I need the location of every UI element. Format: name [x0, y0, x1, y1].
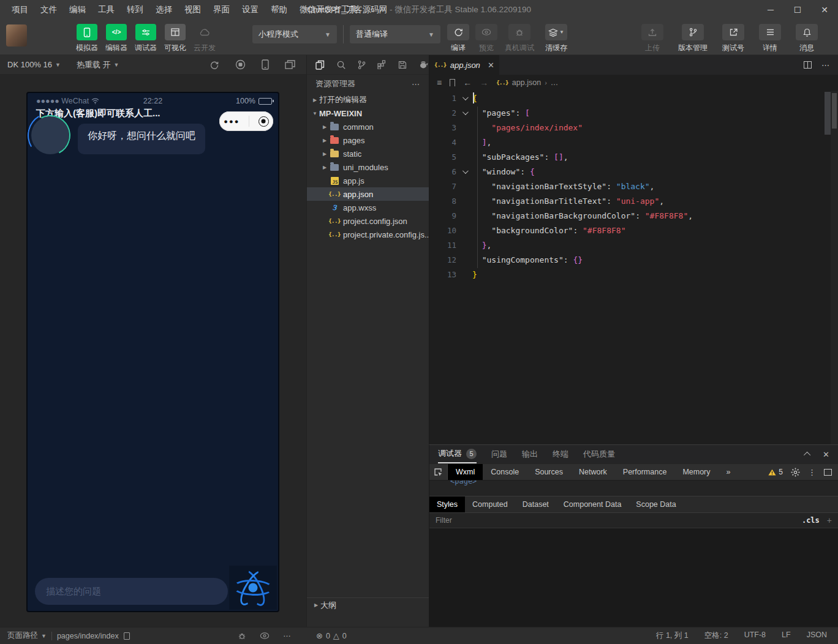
devtools-tab-wxml[interactable]: Wxml — [448, 464, 483, 480]
menu-item-9[interactable]: 帮助 — [265, 2, 293, 18]
hot-reload-toggle[interactable]: 热重载 开▼ — [77, 59, 119, 70]
test-account-button[interactable]: 测试号 — [719, 24, 747, 53]
mode-select[interactable]: 小程序模式 ▼ — [252, 25, 337, 43]
extensions-icon[interactable] — [377, 60, 387, 69]
tree-item-app-js[interactable]: JSapp.js — [307, 174, 429, 187]
code-line-6[interactable]: 6 "window": { — [429, 164, 838, 179]
menu-item-3[interactable]: 工具 — [92, 2, 120, 18]
inspect-element-icon[interactable] — [429, 464, 448, 480]
files-icon[interactable] — [315, 60, 325, 70]
search-icon[interactable] — [336, 60, 346, 70]
encoding[interactable]: UTF-8 — [744, 631, 766, 641]
styles-tab-scope-data[interactable]: Scope Data — [628, 496, 683, 512]
language-mode[interactable]: JSON — [807, 631, 827, 641]
tree-item-project-config-json[interactable]: {..}project.config.json — [307, 214, 429, 228]
devtools-tab-network[interactable]: Network — [571, 464, 615, 480]
eye-icon[interactable] — [260, 632, 270, 639]
device-select[interactable]: DK 100% 16▼ — [7, 60, 61, 69]
outline-section[interactable]: ▶ 大纲 — [307, 597, 429, 612]
debugger-toggle-button[interactable]: 调试器 — [131, 24, 160, 53]
preview-button[interactable]: 预览 — [472, 24, 500, 53]
code-line-12[interactable]: 12 "usingComponents": {} — [429, 252, 838, 267]
cursor-position[interactable]: 行 1, 列 1 — [656, 631, 689, 641]
panel-tab-1[interactable]: 问题 — [491, 445, 507, 463]
more-actions-icon[interactable]: ⋯ — [821, 61, 829, 70]
panel-tab-0[interactable]: 调试器5 — [438, 445, 477, 463]
tree-item-common[interactable]: ▶common — [307, 120, 429, 133]
editor-toggle-button[interactable]: </> 编辑器 — [102, 24, 131, 53]
code-area[interactable]: 1{2 "pages": [3 "pages/index/index"4 ],5… — [429, 91, 838, 444]
more-options-icon[interactable]: ⋮ — [808, 468, 816, 477]
tree-item-project-private-config-js-[interactable]: {..}project.private.config.js... — [307, 228, 429, 241]
close-button[interactable]: ✕ — [811, 0, 838, 20]
tree-item-uni-modules[interactable]: ▶uni_modules — [307, 160, 429, 174]
user-avatar[interactable] — [6, 24, 27, 47]
eol[interactable]: LF — [782, 631, 791, 641]
menu-item-5[interactable]: 选择 — [150, 2, 178, 18]
menu-item-2[interactable]: 编辑 — [64, 2, 91, 18]
code-line-8[interactable]: 8 "navigationBarTitleText": "uni-app", — [429, 193, 838, 208]
section-open-editors[interactable]: ▶打开的编辑器 — [307, 93, 429, 107]
styles-tab-styles[interactable]: Styles — [429, 496, 465, 512]
undock-icon[interactable] — [824, 469, 832, 476]
fold-chevron-icon[interactable] — [456, 170, 472, 174]
code-line-11[interactable]: 11 }, — [429, 238, 838, 252]
more-tabs-icon[interactable]: » — [719, 464, 739, 480]
copy-icon[interactable] — [124, 632, 130, 640]
devtools-tab-console[interactable]: Console — [483, 464, 527, 480]
menu-item-0[interactable]: 项目 — [6, 2, 34, 18]
close-tab-icon[interactable]: ✕ — [488, 61, 494, 70]
menu-item-8[interactable]: 设置 — [236, 2, 264, 18]
minimize-capsule-button[interactable] — [259, 116, 269, 127]
version-control-button[interactable]: 版本管理 — [675, 24, 711, 53]
tree-item-app-wxss[interactable]: Ɜapp.wxss — [307, 201, 429, 214]
tree-item-app-json[interactable]: {..}app.json — [307, 187, 429, 201]
chat-input[interactable]: 描述您的问题 — [35, 578, 228, 605]
code-line-7[interactable]: 7 "navigationBarTextStyle": "black", — [429, 179, 838, 193]
explorer-more-button[interactable]: ⋯ — [412, 80, 420, 89]
problems-indicator[interactable]: ⊗ 0 △ 0 — [305, 631, 347, 640]
details-button[interactable]: 详情 — [756, 24, 784, 53]
cascade-windows-icon[interactable] — [285, 60, 295, 69]
visualization-toggle-button[interactable]: 可视化 — [160, 24, 190, 53]
menu-item-4[interactable]: 转到 — [121, 2, 149, 18]
compile-mode-select[interactable]: 普通编译 ▼ — [350, 25, 440, 43]
tab-app-json[interactable]: {..} app.json ✕ — [429, 55, 499, 75]
fold-chevron-icon[interactable] — [456, 96, 472, 100]
forward-icon[interactable]: → — [480, 78, 488, 88]
menu-item-6[interactable]: 视图 — [179, 2, 206, 18]
code-line-9[interactable]: 9 "navigationBarBackgroundColor": "#F8F8… — [429, 208, 838, 223]
devtools-settings-icon[interactable] — [791, 468, 800, 477]
minimize-button[interactable]: ─ — [757, 0, 784, 20]
record-icon[interactable] — [235, 59, 246, 70]
teapot-icon[interactable] — [418, 61, 429, 69]
panel-tab-3[interactable]: 终端 — [553, 445, 568, 463]
compile-button[interactable]: 编译 — [444, 24, 472, 53]
split-editor-icon[interactable] — [804, 61, 812, 69]
more-dots-icon[interactable]: ⋯ — [283, 631, 292, 640]
code-line-2[interactable]: 2 "pages": [ — [429, 105, 838, 120]
cloud-dev-button[interactable]: 云开发 — [190, 24, 219, 53]
devtools-tab-performance[interactable]: Performance — [615, 464, 675, 480]
tree-item-pages[interactable]: ▶pages — [307, 133, 429, 147]
styles-tab-computed[interactable]: Computed — [465, 496, 515, 512]
code-line-10[interactable]: 10 "backgroundColor": "#F8F8F8" — [429, 223, 838, 238]
messages-button[interactable]: 消息 — [793, 24, 821, 53]
indentation[interactable]: 空格: 2 — [704, 631, 728, 641]
remote-debug-button[interactable]: 真机调试 — [500, 24, 538, 53]
add-rule-icon[interactable]: + — [827, 515, 832, 525]
debug-icon[interactable] — [238, 632, 246, 640]
filter-input[interactable]: Filter — [436, 516, 452, 525]
code-line-3[interactable]: 3 "pages/index/index" — [429, 120, 838, 135]
devtools-tab-sources[interactable]: Sources — [527, 464, 571, 480]
rotate-icon[interactable] — [210, 60, 219, 70]
warning-counter[interactable]: 5 — [768, 468, 783, 476]
code-line-13[interactable]: 13} — [429, 267, 838, 282]
save-icon[interactable] — [398, 61, 407, 69]
code-line-1[interactable]: 1{ — [429, 91, 838, 105]
device-frame-icon[interactable] — [262, 59, 269, 70]
page-path-selector[interactable]: 页面路径 ▼ — [7, 631, 47, 641]
outline-list-icon[interactable]: ≡ — [437, 78, 442, 88]
collapse-panel-icon[interactable] — [804, 452, 810, 459]
panel-tab-2[interactable]: 输出 — [522, 445, 538, 463]
